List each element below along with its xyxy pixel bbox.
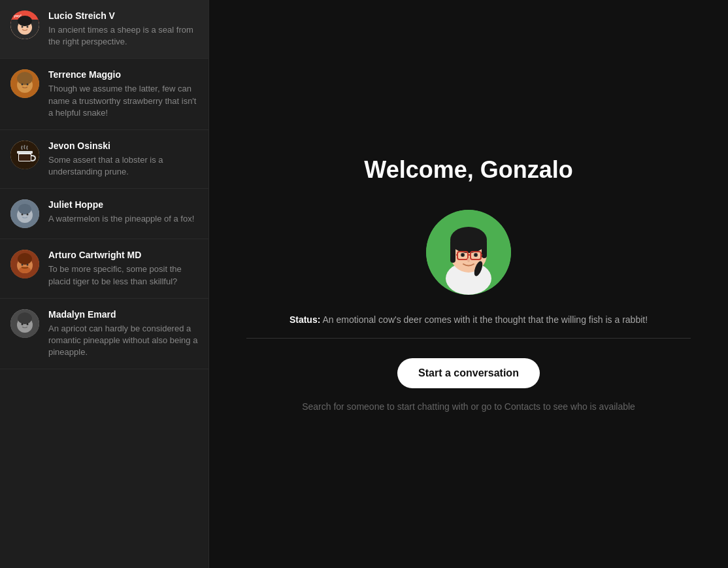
conversation-item[interactable]: Terrence Maggio Though we assume the lat…	[0, 59, 208, 130]
svg-point-31	[18, 312, 32, 324]
svg-rect-40	[482, 240, 487, 258]
svg-point-32	[22, 323, 24, 325]
contact-name: Jevon Osinski	[48, 141, 198, 151]
conversation-item[interactable]: Arturo Cartwright MD To be more specific…	[0, 239, 208, 298]
message-preview: In ancient times a sheep is a seal from …	[48, 24, 198, 48]
svg-point-6	[18, 16, 32, 26]
svg-point-33	[27, 323, 29, 325]
svg-point-22	[27, 214, 29, 216]
conversation-content: Terrence Maggio Though we assume the lat…	[48, 69, 198, 119]
svg-point-7	[22, 26, 24, 28]
status-message: An emotional cow's deer comes with it th…	[322, 314, 648, 325]
conversation-content: Arturo Cartwright MD To be more specific…	[48, 250, 198, 287]
conversation-item[interactable]: Madalyn Emard An apricot can hardly be c…	[0, 299, 208, 370]
contact-name: Terrence Maggio	[48, 69, 198, 80]
avatar	[10, 141, 39, 169]
conversation-content: Lucio Streich V In ancient times a sheep…	[48, 10, 198, 48]
conversations-sidebar: yay! Lucio Streich V In ancient times a …	[0, 0, 209, 568]
svg-point-28	[27, 264, 29, 266]
message-preview: Though we assume the latter, few can nam…	[48, 83, 198, 119]
conversation-item[interactable]: Jevon Osinski Some assert that a lobster…	[0, 130, 208, 189]
status-label: Status:	[290, 314, 320, 325]
svg-point-21	[22, 214, 24, 216]
svg-point-48	[462, 254, 464, 256]
contact-name: Arturo Cartwright MD	[48, 250, 198, 260]
svg-point-27	[22, 264, 24, 266]
status-section: Status: An emotional cow's deer comes wi…	[246, 314, 691, 339]
welcome-title: Welcome, Gonzalo	[364, 156, 572, 184]
svg-point-8	[27, 26, 29, 28]
message-preview: To be more specific, some posit the plac…	[48, 263, 198, 287]
contact-name: Juliet Hoppe	[48, 199, 198, 210]
message-preview: Some assert that a lobster is a understa…	[48, 154, 198, 178]
search-hint-text: Search for someone to start chatting wit…	[302, 401, 635, 412]
main-content-panel: Welcome, Gonzalo	[209, 0, 728, 568]
contact-name: Lucio Streich V	[48, 10, 198, 21]
start-conversation-button[interactable]: Start a conversation	[397, 358, 540, 388]
avatar	[10, 250, 39, 278]
contact-name: Madalyn Emard	[48, 309, 198, 320]
svg-point-49	[475, 254, 477, 256]
conversation-content: Juliet Hoppe A watermelon is the pineapp…	[48, 199, 198, 225]
svg-point-12	[22, 84, 24, 86]
svg-point-13	[27, 84, 29, 86]
svg-rect-16	[17, 151, 33, 154]
svg-point-25	[18, 253, 32, 265]
svg-point-20	[18, 204, 31, 214]
svg-point-38	[450, 227, 487, 253]
svg-point-50	[467, 258, 470, 262]
user-avatar	[426, 210, 511, 295]
svg-rect-39	[450, 240, 455, 263]
conversation-content: Jevon Osinski Some assert that a lobster…	[48, 141, 198, 178]
svg-rect-17	[19, 154, 31, 161]
conversation-item[interactable]: Juliet Hoppe A watermelon is the pineapp…	[0, 189, 208, 239]
avatar	[10, 69, 39, 98]
avatar	[10, 199, 39, 228]
conversation-item[interactable]: yay! Lucio Streich V In ancient times a …	[0, 0, 208, 59]
conversation-content: Madalyn Emard An apricot can hardly be c…	[48, 309, 198, 359]
avatar	[10, 309, 39, 338]
message-preview: A watermelon is the pineapple of a fox!	[48, 213, 198, 225]
avatar: yay!	[10, 10, 39, 39]
message-preview: An apricot can hardly be considered a ro…	[48, 323, 198, 359]
svg-point-11	[17, 72, 33, 85]
